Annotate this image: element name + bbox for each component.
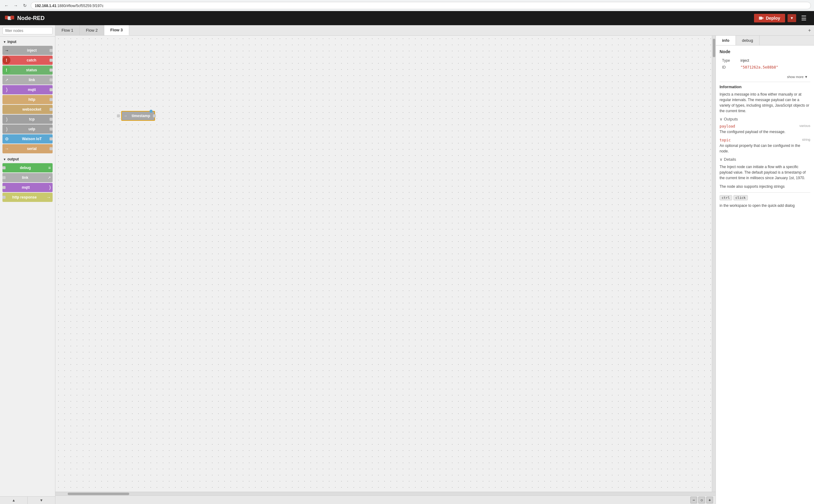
id-label: ID xyxy=(720,64,738,71)
http-response-icon: → xyxy=(46,195,53,200)
scroll-up-button[interactable]: ▲ xyxy=(0,497,28,504)
canvas-right-scrollbar[interactable] xyxy=(712,36,716,492)
details-desc2: The node also supports injecting strings xyxy=(720,184,810,189)
mqtt-in-port-right xyxy=(49,88,53,91)
node-http-in[interactable]: http xyxy=(2,95,53,104)
udp-in-icon: ) xyxy=(2,124,11,134)
node-red-logo-icon xyxy=(5,15,14,21)
svg-rect-4 xyxy=(761,17,764,19)
show-more-link[interactable]: show more xyxy=(720,74,810,79)
zoom-reset-button[interactable]: ○ xyxy=(698,497,705,503)
node-serial-in[interactable]: → serial xyxy=(2,144,53,153)
hamburger-menu-button[interactable]: ☰ xyxy=(799,13,809,23)
back-button[interactable]: ← xyxy=(3,2,10,9)
app-header: Node-RED Deploy ▼ ☰ xyxy=(0,11,814,25)
node-websocket-in[interactable]: websocket xyxy=(2,105,53,114)
deploy-icon xyxy=(759,16,764,20)
zoom-in-button[interactable]: + xyxy=(706,497,713,503)
id-value: "5071262a.5e88b8" xyxy=(738,64,810,71)
filter-nodes-input[interactable] xyxy=(2,27,53,34)
timestamp-node-body[interactable]: → timestamp xyxy=(121,111,155,121)
node-tcp-in-label: tcp xyxy=(11,117,53,121)
outputs-section: ∨ Outputs payload various The configured… xyxy=(720,117,810,154)
tabs-bar: Flow 1 Flow 2 Flow 3 + xyxy=(55,25,814,36)
reload-button[interactable]: ↻ xyxy=(22,2,28,9)
right-tab-debug[interactable]: debug xyxy=(736,36,760,45)
output-topic-name: topic xyxy=(720,138,731,142)
right-panel: info debug Node Type inject ID xyxy=(716,36,814,504)
click-badge: click xyxy=(733,195,748,200)
right-tab-info[interactable]: info xyxy=(716,36,736,45)
catch-icon: ! xyxy=(2,56,10,64)
url-bar[interactable]: 192.168.1.41:1880/#flow/5cf55259.5f197c xyxy=(31,2,811,9)
output-payload-name: payload xyxy=(720,124,735,128)
deploy-dropdown-button[interactable]: ▼ xyxy=(788,14,796,22)
node-mqtt-out-label: mqtt xyxy=(2,185,49,190)
output-section-header[interactable]: ▼ output xyxy=(1,156,54,163)
node-info-table: Type inject ID "5071262a.5e88b8" xyxy=(720,57,810,71)
input-section-header[interactable]: ▼ input xyxy=(1,38,54,45)
input-section-label: input xyxy=(7,40,16,44)
deploy-button[interactable]: Deploy xyxy=(754,14,785,22)
node-inject[interactable]: → inject xyxy=(2,46,53,55)
node-link-out[interactable]: link ↗ xyxy=(2,173,53,182)
node-mqtt-in-label: mqtt xyxy=(11,88,53,92)
node-inject-label: inject xyxy=(11,48,53,53)
info-divider-1 xyxy=(720,82,810,82)
status-port-right xyxy=(49,69,53,72)
node-serial-in-label: serial xyxy=(11,147,53,151)
output-payload-desc: The configured payload of the message. xyxy=(720,129,810,135)
output-topic-item: topic string An optional property that c… xyxy=(720,138,810,154)
link-out-arrow-icon: ↗ xyxy=(48,175,53,180)
zoom-controls: − ○ + xyxy=(690,497,713,503)
node-http-response-label: http response xyxy=(2,195,46,199)
node-watson-iot-label: Watson IoT xyxy=(11,137,53,141)
add-tab-button[interactable]: + xyxy=(805,26,814,35)
node-catch[interactable]: ! catch xyxy=(2,56,53,65)
serial-in-port-right xyxy=(49,147,53,150)
link-in-port-right xyxy=(49,78,53,81)
sidebar-scroll-buttons: ▲ ▼ xyxy=(0,496,55,504)
timestamp-node-label: timestamp xyxy=(132,114,150,118)
node-udp-in[interactable]: ) udp xyxy=(2,124,53,134)
node-link-in[interactable]: ↗ link xyxy=(2,75,53,85)
node-mqtt-in[interactable]: ) mqtt xyxy=(2,85,53,94)
node-id-row: ID "5071262a.5e88b8" xyxy=(720,64,810,71)
details-desc1: The Inject node can initiate a flow with… xyxy=(720,164,810,181)
canvas-bottom-scrollbar[interactable] xyxy=(55,492,716,495)
information-desc: Injects a message into a flow either man… xyxy=(720,92,810,114)
node-websocket-in-label: websocket xyxy=(11,107,53,112)
browser-bar: ← → ↻ 192.168.1.41:1880/#flow/5cf55259.5… xyxy=(0,0,814,11)
scroll-down-button[interactable]: ▼ xyxy=(28,497,55,504)
sidebar: ▼ input → inject ! catch ! status ↗ link xyxy=(0,25,55,504)
output-section-label: output xyxy=(7,157,19,161)
node-tcp-in[interactable]: ) tcp xyxy=(2,115,53,124)
timestamp-node[interactable]: → timestamp xyxy=(117,111,155,121)
output-topic-type: string xyxy=(802,138,810,141)
center-area: Flow 1 Flow 2 Flow 3 + xyxy=(55,25,814,504)
forward-button[interactable]: → xyxy=(12,2,19,9)
tcp-in-port-right xyxy=(49,118,53,121)
udp-in-port-right xyxy=(49,128,53,131)
node-mqtt-out[interactable]: mqtt ) xyxy=(2,183,53,192)
canvas-outer: → timestamp xyxy=(55,36,716,492)
details-title: ∨ Details xyxy=(720,157,810,162)
canvas-area[interactable]: → timestamp xyxy=(55,36,712,492)
zoom-out-button[interactable]: − xyxy=(690,497,697,503)
node-http-response[interactable]: http response → xyxy=(2,193,53,202)
tab-flow2[interactable]: Flow 2 xyxy=(80,25,104,35)
node-type-row: Type inject xyxy=(720,57,810,64)
type-value: inject xyxy=(738,57,810,64)
tab-flow3[interactable]: Flow 3 xyxy=(104,25,129,35)
node-catch-label: catch xyxy=(10,58,53,62)
type-label: Type xyxy=(720,57,738,64)
websocket-in-icon xyxy=(2,105,11,114)
tcp-in-icon: ) xyxy=(2,115,11,124)
node-watson-iot[interactable]: ⚙ Watson IoT xyxy=(2,134,53,144)
node-debug-label: debug xyxy=(2,166,48,170)
sidebar-search-area xyxy=(0,25,55,37)
node-debug[interactable]: debug ≡ xyxy=(2,163,53,172)
content-area: → timestamp xyxy=(55,36,814,504)
node-status[interactable]: ! status xyxy=(2,65,53,75)
tab-flow1[interactable]: Flow 1 xyxy=(55,25,80,35)
